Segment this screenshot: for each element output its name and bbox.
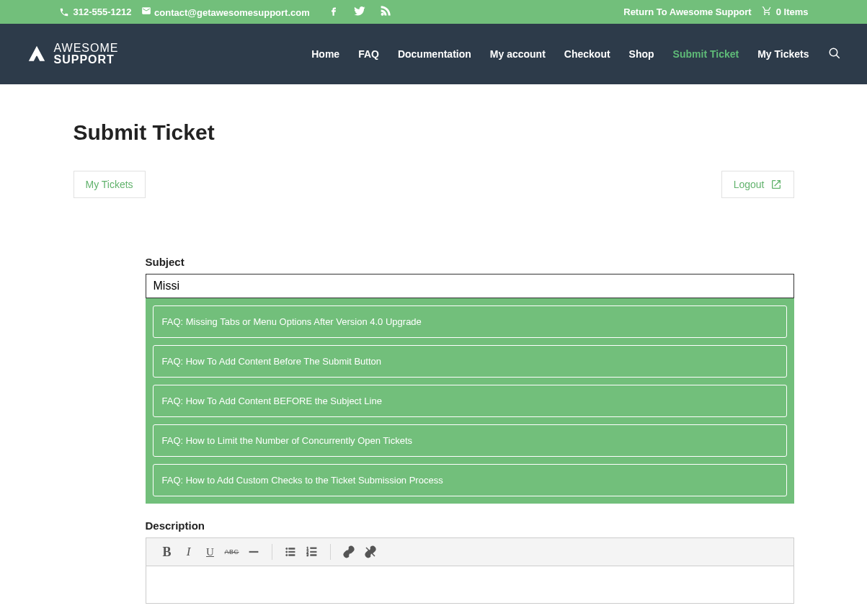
svg-point-0	[830, 48, 837, 56]
external-link-icon	[770, 179, 782, 190]
svg-line-1	[836, 55, 840, 58]
my-tickets-button[interactable]: My Tickets	[74, 171, 146, 198]
return-link[interactable]: Return To Awesome Support	[623, 6, 751, 17]
faq-suggestion-item[interactable]: FAQ: How to Add Custom Checks to the Tic…	[153, 464, 787, 496]
bullet-list-icon[interactable]	[280, 541, 301, 563]
cart-icon[interactable]	[762, 6, 772, 18]
faq-suggestion-item[interactable]: FAQ: How To Add Content BEFORE the Subje…	[153, 385, 787, 417]
nav-my-tickets[interactable]: My Tickets	[757, 48, 809, 60]
logo-icon	[27, 44, 47, 64]
description-label: Description	[146, 519, 794, 532]
faq-suggestion-item[interactable]: FAQ: How to Limit the Number of Concurre…	[153, 424, 787, 457]
nav-my-account[interactable]: My account	[490, 48, 546, 60]
phone-number: 312-555-1212	[74, 6, 132, 17]
nav-faq[interactable]: FAQ	[358, 48, 379, 60]
cart-items[interactable]: 0 Items	[776, 6, 809, 17]
subject-label: Subject	[146, 256, 794, 268]
top-info-bar: 312-555-1212 contact@getawesomesupport.c…	[0, 0, 867, 24]
facebook-icon[interactable]	[327, 4, 340, 19]
logout-label: Logout	[734, 179, 765, 190]
svg-rect-6	[288, 551, 294, 553]
svg-point-3	[285, 548, 287, 549]
rss-icon[interactable]	[379, 4, 392, 19]
twitter-icon[interactable]	[353, 4, 366, 19]
svg-rect-10	[310, 548, 316, 549]
email-contact[interactable]: contact@getawesomesupport.com	[141, 6, 309, 18]
svg-rect-4	[288, 548, 294, 550]
unlink-icon[interactable]	[360, 541, 381, 563]
phone-icon	[59, 7, 69, 17]
faq-suggestions: FAQ: Missing Tabs or Menu Options After …	[146, 298, 794, 504]
logo-text: AWESOME SUPPORT	[54, 43, 119, 66]
svg-point-7	[285, 554, 287, 555]
faq-suggestion-item[interactable]: FAQ: Missing Tabs or Menu Options After …	[153, 305, 787, 338]
editor-toolbar: B I U ABC 123	[146, 537, 794, 566]
search-icon[interactable]	[828, 47, 841, 62]
nav-shop[interactable]: Shop	[629, 48, 654, 60]
logo[interactable]: AWESOME SUPPORT	[27, 43, 119, 66]
bold-icon[interactable]: B	[156, 541, 178, 563]
svg-rect-2	[249, 551, 258, 553]
underline-icon[interactable]: U	[200, 541, 221, 563]
email-address: contact@getawesomesupport.com	[154, 7, 310, 18]
nav-checkout[interactable]: Checkout	[564, 48, 610, 60]
nav-submit-ticket[interactable]: Submit Ticket	[673, 48, 739, 60]
link-icon[interactable]	[338, 541, 360, 563]
svg-rect-12	[310, 551, 316, 553]
main-header: AWESOME SUPPORT Home FAQ Documentation M…	[0, 24, 867, 84]
svg-rect-8	[288, 555, 294, 556]
svg-rect-14	[310, 555, 316, 556]
svg-text:3: 3	[306, 553, 308, 557]
svg-point-5	[285, 551, 287, 553]
strikethrough-icon[interactable]: ABC	[221, 541, 243, 563]
nav-documentation[interactable]: Documentation	[398, 48, 471, 60]
mail-icon	[141, 6, 151, 16]
numbered-list-icon[interactable]: 123	[301, 541, 323, 563]
main-nav: Home FAQ Documentation My account Checko…	[311, 47, 840, 62]
nav-home[interactable]: Home	[311, 48, 339, 60]
logout-button[interactable]: Logout	[721, 171, 794, 198]
page-title: Submit Ticket	[74, 120, 794, 145]
italic-icon[interactable]: I	[178, 541, 200, 563]
horizontal-rule-icon[interactable]	[243, 541, 264, 563]
description-editor[interactable]	[146, 566, 794, 604]
subject-input[interactable]	[146, 274, 794, 298]
faq-suggestion-item[interactable]: FAQ: How To Add Content Before The Submi…	[153, 345, 787, 378]
phone-contact: 312-555-1212	[59, 6, 132, 17]
